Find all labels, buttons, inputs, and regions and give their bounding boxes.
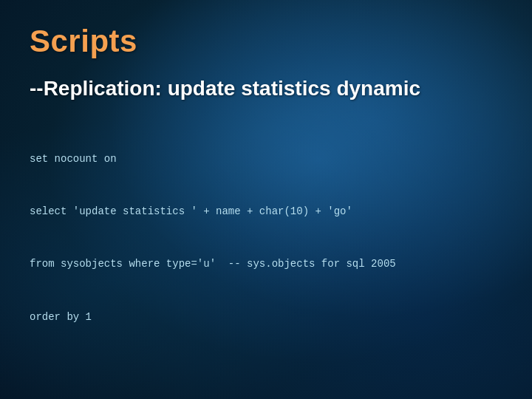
slide-title: Scripts bbox=[30, 24, 502, 59]
code-line-4: order by 1 bbox=[30, 309, 502, 327]
code-line-3: from sysobjects where type='u' -- sys.ob… bbox=[30, 256, 502, 273]
code-line-1: set nocount on bbox=[30, 151, 502, 168]
slide-subtitle: --Replication: update statistics dynamic bbox=[30, 77, 502, 100]
code-line-2: select 'update statistics ' + name + cha… bbox=[30, 203, 502, 221]
code-block: set nocount on select 'update statistics… bbox=[30, 115, 502, 361]
slide-container: Scripts --Replication: update statistics… bbox=[0, 0, 532, 399]
